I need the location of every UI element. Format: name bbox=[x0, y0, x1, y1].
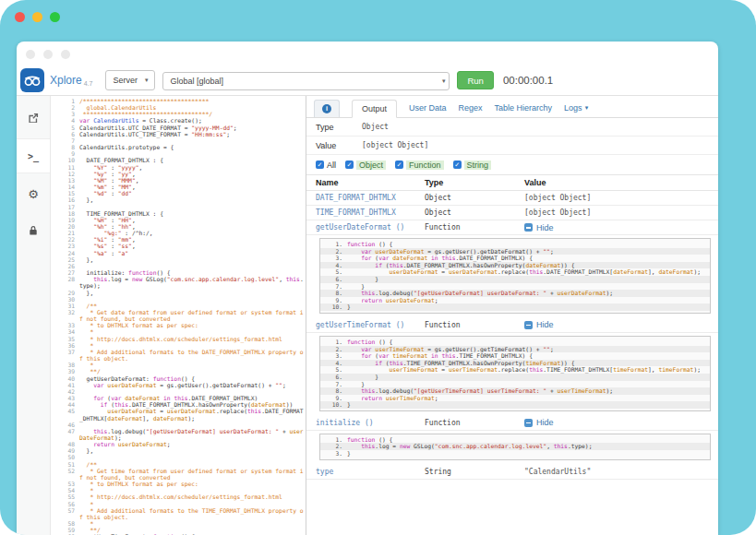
result-name-link[interactable]: initialize () bbox=[316, 419, 425, 427]
lock-icon[interactable] bbox=[17, 214, 50, 247]
close-window-button[interactable] bbox=[15, 12, 25, 22]
minimize-window-button[interactable] bbox=[32, 12, 42, 22]
toolbar: Xplore 4.7 Server ▾ ▾ Run 00:00:00.1 bbox=[17, 65, 718, 96]
result-value: [object Object] bbox=[524, 208, 718, 217]
app-title: Xplore bbox=[50, 74, 82, 87]
tab-user-data[interactable]: User Data bbox=[409, 103, 447, 117]
side-iconbar: >_ ⚙ bbox=[17, 96, 51, 535]
caret-down-icon: ▾ bbox=[442, 77, 446, 85]
result-row: typeString"CalendarUtils" bbox=[306, 465, 718, 480]
value-row: Value [object Object] bbox=[306, 137, 718, 155]
window-dot bbox=[26, 50, 35, 59]
checkbox-checked-icon[interactable]: ✓ bbox=[395, 160, 403, 169]
window-dot bbox=[43, 50, 53, 59]
results-tabs: i Output User Data Regex Table Hierarchy… bbox=[306, 96, 718, 118]
execution-timer: 00:00:00.1 bbox=[503, 75, 553, 86]
result-row: TIME_FORMAT_DHTMLXObject[object Object] bbox=[306, 206, 718, 220]
function-source-block: 1.function () {2. var userDateFormat = g… bbox=[319, 238, 711, 314]
result-row: initialize ()FunctionHide bbox=[306, 416, 718, 431]
function-source-block: 1.function () {2. this.log = new GSLog("… bbox=[319, 434, 711, 460]
result-row: DATE_FORMAT_DHTMLXObject[object Object] bbox=[306, 191, 718, 206]
result-type: Function bbox=[425, 321, 524, 329]
app-version: 4.7 bbox=[84, 80, 93, 87]
filter-string[interactable]: ✓ String bbox=[453, 160, 492, 170]
results-table-header: Name Type Value bbox=[306, 174, 718, 191]
server-select[interactable]: Server ▾ bbox=[105, 70, 155, 90]
filter-all[interactable]: ✓ All bbox=[316, 160, 336, 170]
column-value: Value bbox=[524, 178, 718, 187]
filter-function[interactable]: ✓ Function bbox=[395, 160, 444, 170]
xplore-logo-icon bbox=[20, 68, 44, 92]
screenshot-frame: Xplore 4.7 Server ▾ ▾ Run 00:00:00.1 bbox=[0, 0, 756, 535]
code-editor[interactable]: 1/************************************2 … bbox=[51, 96, 306, 535]
result-name-link[interactable]: getUserTimeFormat () bbox=[316, 321, 425, 329]
value-label: Value bbox=[316, 141, 362, 150]
result-name-link[interactable]: type bbox=[316, 468, 425, 476]
tab-output[interactable]: Output bbox=[352, 100, 397, 118]
filter-row: ✓ All ✓ Object ✓ Function ✓ String bbox=[306, 155, 718, 174]
window-dot bbox=[61, 50, 70, 59]
tab-regex[interactable]: Regex bbox=[459, 103, 483, 117]
value-value: [object Object] bbox=[362, 141, 428, 149]
scope-input[interactable] bbox=[162, 72, 450, 90]
checkbox-checked-icon[interactable]: ✓ bbox=[316, 160, 324, 169]
type-label: Type bbox=[316, 123, 362, 132]
checkbox-checked-icon[interactable]: ✓ bbox=[453, 160, 462, 169]
inner-window-dots bbox=[17, 42, 718, 64]
column-name: Name bbox=[316, 178, 425, 187]
tab-logs[interactable]: Logs ▾ bbox=[564, 103, 588, 117]
info-icon: i bbox=[322, 104, 331, 113]
function-source-block: 1.function () {2. var userTimeFormat = g… bbox=[319, 336, 711, 411]
result-row: getUserTimeFormat ()FunctionHide bbox=[306, 318, 718, 333]
checkbox-checked-icon[interactable]: ✓ bbox=[345, 160, 354, 169]
column-type: Type bbox=[425, 178, 524, 187]
tab-info[interactable]: i bbox=[314, 100, 340, 117]
gear-icon[interactable]: ⚙ bbox=[17, 177, 50, 210]
result-row: getUserDateFormat ()FunctionHide bbox=[306, 220, 718, 235]
results-rows: DATE_FORMAT_DHTMLXObject[object Object]T… bbox=[306, 191, 718, 480]
run-button[interactable]: Run bbox=[457, 71, 493, 89]
collapse-icon bbox=[524, 321, 533, 329]
result-name-link[interactable]: DATE_FORMAT_DHTMLX bbox=[316, 194, 425, 202]
result-type: Function bbox=[425, 419, 524, 427]
filter-object[interactable]: ✓ Object bbox=[345, 160, 386, 170]
result-type: Object bbox=[425, 194, 524, 202]
results-pane: i Output User Data Regex Table Hierarchy… bbox=[306, 96, 718, 535]
tab-table-hierarchy[interactable]: Table Hierarchy bbox=[495, 103, 553, 117]
zoom-window-button[interactable] bbox=[50, 12, 60, 22]
hide-button[interactable]: Hide bbox=[524, 223, 718, 232]
result-type: Function bbox=[425, 223, 524, 232]
result-name-link[interactable]: TIME_FORMAT_DHTMLX bbox=[316, 208, 425, 217]
type-row: Type Object bbox=[306, 118, 718, 137]
collapse-icon bbox=[524, 419, 533, 427]
result-type: Object bbox=[425, 208, 524, 217]
collapse-icon bbox=[524, 223, 533, 232]
xplore-window: Xplore 4.7 Server ▾ ▾ Run 00:00:00.1 bbox=[17, 42, 718, 535]
type-value: Object bbox=[362, 123, 389, 131]
traffic-lights bbox=[15, 12, 60, 22]
open-in-new-icon[interactable] bbox=[17, 101, 50, 135]
result-type: String bbox=[425, 468, 524, 476]
hide-button[interactable]: Hide bbox=[524, 418, 718, 427]
caret-down-icon: ▾ bbox=[585, 104, 589, 112]
result-value: "CalendarUtils" bbox=[524, 468, 718, 476]
caret-down-icon: ▾ bbox=[145, 77, 149, 84]
result-name-link[interactable]: getUserDateFormat () bbox=[316, 223, 425, 232]
terminal-icon[interactable]: >_ bbox=[17, 138, 50, 173]
hide-button[interactable]: Hide bbox=[524, 320, 718, 329]
result-value: [object Object] bbox=[524, 194, 718, 202]
